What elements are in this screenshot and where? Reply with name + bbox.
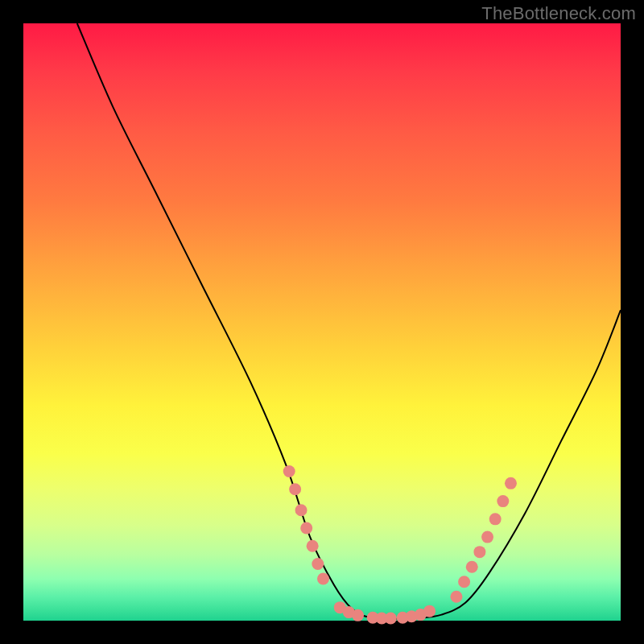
data-dot bbox=[423, 605, 436, 617]
data-dot bbox=[317, 573, 329, 585]
data-dot bbox=[283, 465, 295, 477]
plot-area bbox=[23, 23, 621, 621]
chart-frame: TheBottleneck.com bbox=[0, 0, 644, 644]
curve-layer bbox=[23, 23, 621, 621]
bottleneck-curve bbox=[77, 23, 621, 619]
data-dot bbox=[450, 591, 462, 603]
data-dot bbox=[312, 558, 324, 570]
data-dot bbox=[385, 613, 397, 625]
data-dot bbox=[481, 531, 493, 543]
data-dot bbox=[497, 495, 509, 507]
data-dot bbox=[466, 561, 478, 573]
data-dot bbox=[505, 477, 517, 489]
data-dot bbox=[307, 540, 319, 552]
watermark-label: TheBottleneck.com bbox=[481, 3, 636, 24]
data-dot bbox=[300, 522, 312, 534]
data-dot bbox=[458, 576, 470, 588]
data-dot bbox=[295, 504, 308, 516]
data-dot bbox=[352, 609, 364, 621]
data-dot bbox=[289, 483, 301, 495]
data-dot bbox=[473, 546, 485, 558]
data-dots bbox=[283, 465, 517, 625]
data-dot bbox=[489, 513, 502, 525]
